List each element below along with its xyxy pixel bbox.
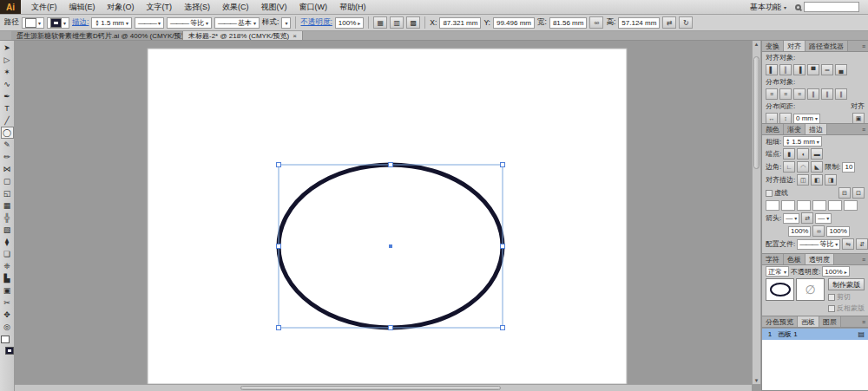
panel-menu-icon[interactable]: ≡	[859, 124, 868, 134]
opacity-field[interactable]: 100%▸	[822, 266, 849, 277]
tab-separations-preview[interactable]: 分色预览	[762, 316, 798, 327]
direct-selection-tool[interactable]: ▷	[1, 54, 14, 66]
profile-dropdown[interactable]: ———等比▾	[797, 239, 840, 250]
spacing-v-icon[interactable]: ↕	[779, 113, 792, 124]
menu-edit[interactable]: 编辑(E)	[63, 0, 102, 14]
pen-tool[interactable]: ✒	[1, 90, 14, 102]
align-left-icon[interactable]: ▌	[766, 64, 778, 75]
distribute-v-center-icon[interactable]: ≡	[779, 88, 792, 100]
artboard-icon[interactable]: ▤	[858, 330, 865, 338]
swap-arrows-icon[interactable]: ⇄	[801, 212, 813, 224]
handle-mid-right[interactable]	[501, 244, 505, 249]
align-to-selection-icon[interactable]: ▣	[852, 113, 865, 124]
blend-tool[interactable]: ❏	[1, 248, 14, 260]
join-round-icon[interactable]: ◠	[797, 161, 809, 173]
stroke-link[interactable]: 描边:	[72, 17, 89, 28]
hand-tool[interactable]: ✥	[1, 309, 14, 321]
tab-gradient[interactable]: 渐变	[784, 124, 806, 134]
artboard-tool[interactable]: ▣	[1, 284, 14, 297]
handle-top-left[interactable]	[277, 163, 281, 167]
dashed-line-checkbox[interactable]	[766, 190, 773, 197]
miter-limit-field[interactable]: 10	[842, 162, 855, 173]
swap-icon[interactable]: ⇄	[662, 16, 676, 29]
column-graph-tool[interactable]: ▙	[1, 272, 14, 284]
tab-stroke[interactable]: 描边	[806, 124, 827, 134]
menu-view[interactable]: 视图(V)	[255, 0, 293, 14]
width-field[interactable]: 81.56 mm	[549, 17, 588, 29]
dash-field[interactable]	[797, 200, 811, 211]
eyedropper-tool[interactable]: ⧫	[1, 236, 14, 248]
align-stroke-outside-icon[interactable]: ◨	[825, 174, 837, 186]
workspace-switcher[interactable]: 基本功能 ▾	[741, 2, 795, 13]
symbol-sprayer-tool[interactable]: ❈	[1, 260, 14, 272]
align-h-center-icon[interactable]: ║	[779, 64, 792, 75]
search-input[interactable]	[804, 2, 859, 12]
center-point[interactable]	[389, 244, 392, 248]
gap-field[interactable]	[812, 200, 826, 211]
tab-character[interactable]: 字符	[762, 254, 784, 264]
menu-file[interactable]: 文件(F)	[25, 0, 63, 14]
tab-transparency[interactable]: 透明度	[806, 254, 834, 264]
menu-select[interactable]: 选择(S)	[178, 0, 216, 14]
type-tool[interactable]: T	[1, 102, 14, 114]
fill-stroke-swatches[interactable]	[1, 336, 14, 355]
handle-mid-left[interactable]	[277, 244, 281, 249]
distribute-h-center-icon[interactable]: ∥	[821, 88, 833, 100]
width-tool[interactable]: ⋈	[1, 163, 14, 175]
distribute-top-icon[interactable]: ≡	[766, 88, 778, 100]
document-tab-1[interactable]: 蛋生源新糖软骨素维生素D钙片.ai @ 400% (CMYK/预览) ×	[11, 31, 183, 40]
horizontal-scroll-thumb[interactable]	[240, 386, 501, 390]
link-scale-icon[interactable]: ∞	[812, 225, 825, 237]
align-cluster-icon[interactable]: ▩	[406, 16, 420, 29]
link-dimensions-icon[interactable]: ∞	[589, 16, 603, 29]
free-transform-tool[interactable]: ▢	[1, 175, 14, 187]
tab-transform[interactable]: 变换	[762, 41, 784, 51]
artboard-list-item[interactable]: 1 画板 1 ▤	[762, 329, 868, 340]
width-profile-dropdown[interactable]: ———等比▾	[167, 17, 212, 29]
dash-preserve-icon[interactable]: ⊟	[838, 187, 851, 199]
opacity-field[interactable]: 100%▸	[335, 17, 364, 29]
flip-across-icon[interactable]: ⇵	[856, 238, 868, 250]
handle-top-right[interactable]	[501, 163, 505, 167]
cap-round-icon[interactable]: ◖	[797, 148, 809, 160]
cap-projecting-icon[interactable]: ▬	[811, 148, 823, 160]
make-mask-button[interactable]: 制作蒙版	[828, 278, 865, 290]
stroke-style-dropdown[interactable]: ———▾	[135, 17, 164, 29]
zoom-tool[interactable]: ◎	[1, 321, 14, 333]
handle-top-center[interactable]	[389, 163, 393, 167]
panel-menu-icon[interactable]: ≡	[859, 254, 868, 264]
join-miter-icon[interactable]: ∟	[783, 161, 795, 173]
magic-wand-tool[interactable]: ✶	[1, 66, 14, 78]
brush-definition-dropdown[interactable]: ———基本▾	[214, 17, 260, 29]
gap-field[interactable]	[781, 200, 795, 211]
menu-type[interactable]: 文字(T)	[141, 0, 179, 14]
rotate-icon[interactable]: ↻	[679, 16, 693, 29]
mask-thumbnail[interactable]: ∅	[796, 278, 825, 301]
slice-tool[interactable]: ✂	[1, 297, 14, 309]
tab-color[interactable]: 颜色	[762, 124, 784, 134]
join-bevel-icon[interactable]: ◣	[811, 161, 823, 173]
tab-swatches[interactable]: 色板	[784, 254, 806, 264]
invert-mask-checkbox[interactable]	[828, 305, 835, 312]
tab-pathfinder[interactable]: 路径查找器	[806, 41, 848, 51]
tab-align[interactable]: 对齐	[784, 41, 806, 51]
distribute-bottom-icon[interactable]: ≡	[793, 88, 806, 100]
align-bottom-icon[interactable]: ▄	[835, 64, 847, 75]
handle-bottom-left[interactable]	[277, 326, 281, 330]
menu-window[interactable]: 窗口(W)	[293, 0, 334, 14]
dash-field[interactable]	[828, 200, 842, 211]
arrow-scale-start-field[interactable]: 100%	[788, 226, 811, 237]
stroke-color-swatch[interactable]	[5, 347, 14, 355]
close-icon[interactable]: ×	[293, 32, 297, 40]
gradient-tool[interactable]: ▧	[1, 224, 14, 236]
panel-menu-icon[interactable]: ≡	[859, 41, 868, 51]
shape-builder-tool[interactable]: ◱	[1, 187, 14, 199]
arrow-start-dropdown[interactable]: —▾	[783, 213, 799, 224]
dash-align-icon[interactable]: ⊡	[852, 187, 865, 199]
align-stroke-center-icon[interactable]: ◫	[797, 174, 809, 186]
vertical-scrollbar[interactable]: ▲ ▼	[752, 41, 761, 384]
fill-swatch-dropdown[interactable]: ▾	[22, 17, 44, 29]
menu-object[interactable]: 对象(O)	[102, 0, 141, 14]
opacity-link[interactable]: 不透明度:	[300, 17, 332, 28]
menu-effect[interactable]: 效果(C)	[216, 0, 255, 14]
